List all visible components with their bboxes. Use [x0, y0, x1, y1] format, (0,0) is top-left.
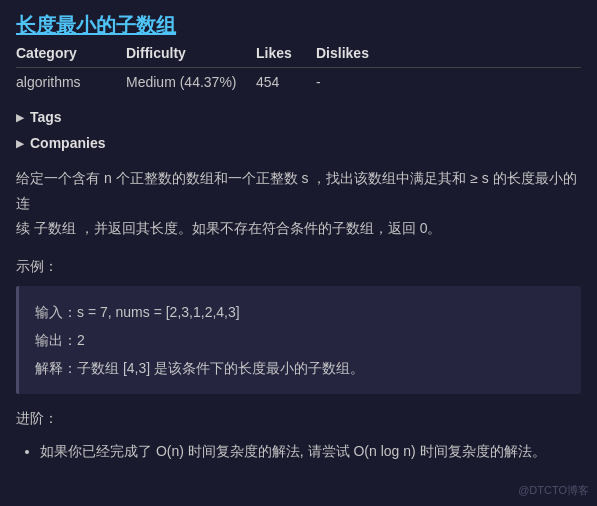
companies-arrow-icon: ▶	[16, 138, 24, 149]
page-title[interactable]: 长度最小的子数组	[16, 14, 176, 36]
cell-likes: 454	[256, 68, 316, 97]
example-box: 输入：s = 7, nums = [2,3,1,2,4,3] 输出：2 解释：子…	[16, 286, 581, 394]
col-header-dislikes: Dislikes	[316, 39, 581, 68]
col-header-category: Category	[16, 39, 126, 68]
cell-category: algorithms	[16, 68, 126, 97]
example-input: 输入：s = 7, nums = [2,3,1,2,4,3]	[35, 298, 565, 326]
advanced-section: 进阶： 如果你已经完成了 O(n) 时间复杂度的解法, 请尝试 O(n log …	[16, 410, 581, 465]
tags-row[interactable]: ▶ Tags	[16, 104, 581, 130]
example-section: 示例： 输入：s = 7, nums = [2,3,1,2,4,3] 输出：2 …	[16, 258, 581, 394]
col-header-likes: Likes	[256, 39, 316, 68]
description-line2: 续 子数组 ，并返回其长度。如果不存在符合条件的子数组，返回 0。	[16, 220, 441, 236]
advanced-label: 进阶：	[16, 410, 581, 428]
table-row: algorithms Medium (44.37%) 454 -	[16, 68, 581, 97]
cell-difficulty: Medium (44.37%)	[126, 68, 256, 97]
col-header-difficulty: Difficulty	[126, 39, 256, 68]
companies-label: Companies	[30, 135, 105, 151]
tags-label: Tags	[30, 109, 62, 125]
cell-dislikes: -	[316, 68, 581, 97]
problem-description: 给定一个含有 n 个正整数的数组和一个正整数 s ，找出该数组中满足其和 ≥ s…	[16, 166, 581, 242]
watermark: @DTCTO博客	[518, 483, 589, 498]
advanced-list: 如果你已经完成了 O(n) 时间复杂度的解法, 请尝试 O(n log n) 时…	[16, 438, 581, 465]
example-explanation: 解释：子数组 [4,3] 是该条件下的长度最小的子数组。	[35, 354, 565, 382]
example-output: 输出：2	[35, 326, 565, 354]
tags-arrow-icon: ▶	[16, 112, 24, 123]
advanced-item-0: 如果你已经完成了 O(n) 时间复杂度的解法, 请尝试 O(n log n) 时…	[40, 438, 581, 465]
companies-row[interactable]: ▶ Companies	[16, 130, 581, 156]
info-table: Category Difficulty Likes Dislikes algor…	[16, 39, 581, 96]
description-line1: 给定一个含有 n 个正整数的数组和一个正整数 s ，找出该数组中满足其和 ≥ s…	[16, 170, 577, 211]
example-label: 示例：	[16, 258, 581, 276]
